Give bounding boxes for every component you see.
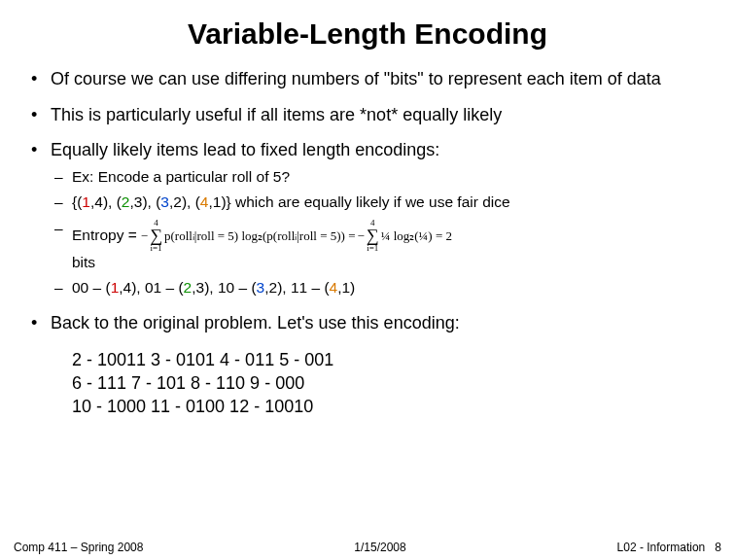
bullet-4: Back to the original problem. Let's use … bbox=[27, 312, 708, 334]
s4-r1: 1 bbox=[111, 279, 120, 296]
s2-r3: 3 bbox=[160, 193, 169, 210]
bullet-2: This is particularly useful if all items… bbox=[27, 104, 708, 126]
s2-m1: ,4), ( bbox=[90, 193, 122, 210]
sub-2: {(1,4), (2,3), (3,2), (4,1)} which are e… bbox=[51, 192, 708, 213]
s4-r4: 4 bbox=[330, 279, 338, 296]
f-sub2: i=1 bbox=[367, 244, 378, 253]
s4-r3: 3 bbox=[257, 279, 265, 296]
f-frac: ¼ log₂(¼) = 2 bbox=[381, 228, 452, 245]
sigma-1-icon: ∑ bbox=[150, 228, 162, 243]
encoding-block: 2 - 10011 3 - 0101 4 - 011 5 - 001 6 - 1… bbox=[72, 348, 708, 419]
footer-left: Comp 411 – Spring 2008 bbox=[14, 541, 143, 554]
f-minus2: − bbox=[357, 228, 364, 245]
bullet-1: Of course we can use differing numbers o… bbox=[27, 68, 708, 90]
footer-right: L02 - Information bbox=[617, 541, 706, 554]
sum-1: 4 ∑ i=1 bbox=[150, 219, 162, 252]
sub-4: 00 – (1,4), 01 – (2,3), 10 – (3,2), 11 –… bbox=[51, 278, 708, 298]
entropy-bits: bits bbox=[72, 254, 95, 270]
encoding-row-3: 10 - 1000 11 - 0100 12 - 10010 bbox=[72, 395, 708, 418]
s4-m3: ,2), 11 – ( bbox=[264, 279, 329, 296]
entropy-label: Entropy = bbox=[72, 226, 137, 246]
sub-3: Entropy = − 4 ∑ i=1 p(rollᵢ|roll = 5) lo… bbox=[51, 219, 708, 272]
f-body1: p(rollᵢ|roll = 5) log₂(p(rollᵢ|roll = 5)… bbox=[164, 228, 356, 245]
s4-m2: ,3), 10 – ( bbox=[192, 279, 256, 296]
s4-m1: ,4), 01 – ( bbox=[119, 279, 183, 296]
bullet-3: Equally likely items lead to fixed lengt… bbox=[27, 139, 708, 298]
s2-m3: ,2), ( bbox=[169, 193, 200, 210]
slide-title: Variable-Length Encoding bbox=[27, 18, 708, 51]
s2-pre: {( bbox=[72, 193, 82, 210]
s2-m2: ,3), ( bbox=[129, 193, 160, 210]
s2-r1: 1 bbox=[82, 193, 90, 210]
s4-m4: ,1) bbox=[337, 279, 355, 296]
sub-bullet-list: Ex: Encode a particular roll of 5? {(1,4… bbox=[51, 167, 708, 299]
encoding-row-1: 2 - 10011 3 - 0101 4 - 011 5 - 001 bbox=[72, 348, 708, 371]
s2-m4: ,1)} which are equally likely if we use … bbox=[208, 193, 509, 210]
entropy-formula: − 4 ∑ i=1 p(rollᵢ|roll = 5) log₂(p(rollᵢ… bbox=[141, 219, 452, 252]
encoding-row-2: 6 - 111 7 - 101 8 - 110 9 - 000 bbox=[72, 371, 708, 395]
sub-1: Ex: Encode a particular roll of 5? bbox=[51, 167, 708, 188]
footer: Comp 411 – Spring 2008 1/15/2008 L02 - I… bbox=[0, 541, 735, 554]
f-minus1: − bbox=[141, 228, 148, 245]
s4-pre: 00 – ( bbox=[72, 279, 111, 296]
footer-page: 8 bbox=[715, 541, 721, 554]
footer-center: 1/15/2008 bbox=[354, 541, 405, 554]
bullet-3-text: Equally likely items lead to fixed lengt… bbox=[51, 140, 439, 159]
sigma-2-icon: ∑ bbox=[367, 228, 379, 243]
s4-r2: 2 bbox=[184, 279, 192, 296]
f-sub1: i=1 bbox=[151, 244, 162, 253]
sum-2: 4 ∑ i=1 bbox=[367, 219, 379, 252]
main-bullet-list: Of course we can use differing numbers o… bbox=[27, 68, 708, 334]
